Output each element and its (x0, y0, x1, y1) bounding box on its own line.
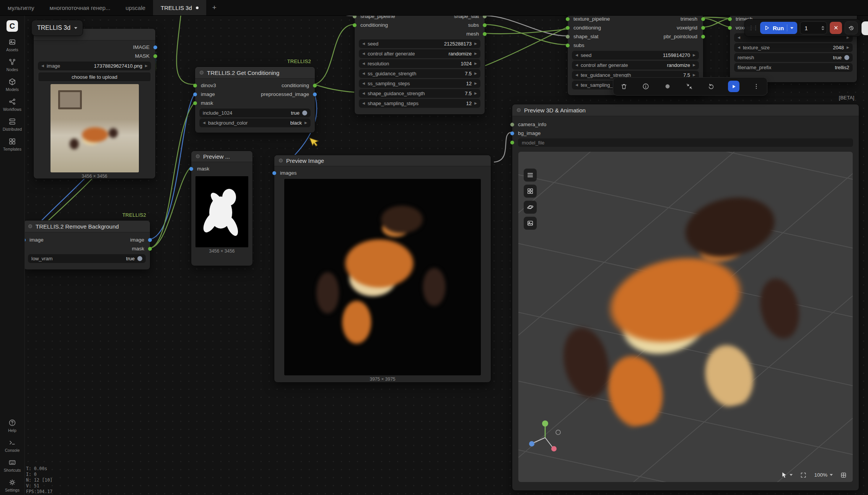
node-color-button[interactable] (663, 81, 673, 91)
node-shape-sampler[interactable]: shape_pipeline shape_slat conditioning s… (354, 2, 485, 115)
node-header[interactable]: Preview 3D & Animation (512, 104, 859, 116)
output-slot-mask[interactable] (148, 247, 152, 251)
info-button[interactable] (641, 81, 651, 91)
prev-arrow-icon[interactable] (362, 62, 365, 65)
sidebar-item-distributed[interactable]: Distributed (0, 114, 24, 134)
sidebar-item-templates[interactable]: Templates (0, 134, 24, 154)
filename-prefix-widget[interactable]: filename_prefix trellis2 (734, 63, 853, 72)
control-after-generate-combo[interactable]: control after generate randomize (359, 49, 480, 58)
next-arrow-icon[interactable] (847, 46, 849, 49)
shape-guidance-strength-widget[interactable]: shape_guidance_strength 7.5 (359, 89, 480, 98)
input-slot-dinov3[interactable] (193, 84, 197, 88)
input-slot-bg-image[interactable] (510, 131, 514, 135)
input-slot-subs[interactable] (566, 44, 570, 47)
sidebar-item-console[interactable]: Console (0, 435, 24, 455)
prev-arrow-icon[interactable] (738, 46, 740, 49)
next-arrow-icon[interactable] (474, 82, 477, 85)
resolution-widget[interactable]: resolution 1024 (359, 59, 480, 68)
seed-widget[interactable]: seed 1159814270 (572, 51, 699, 60)
chevron-down-icon[interactable] (790, 27, 793, 29)
viewport-grid-button[interactable] (524, 185, 537, 198)
low-vram-toggle[interactable]: low_vram true (28, 254, 146, 263)
panel-toggle-button[interactable] (861, 21, 868, 35)
next-arrow-icon[interactable] (474, 92, 477, 95)
node-header[interactable]: TRELLIS.2 Remove Background (24, 221, 150, 232)
seed-widget[interactable]: seed 2125288173 (359, 39, 480, 48)
prev-arrow-icon[interactable] (362, 52, 365, 55)
node-load-image[interactable]: IMAGE MASK image 17378829627410.png choo… (33, 28, 156, 179)
next-arrow-icon[interactable] (474, 52, 477, 55)
next-arrow-icon[interactable] (693, 54, 695, 57)
prev-arrow-icon[interactable] (575, 63, 578, 67)
prev-arrow-icon[interactable] (362, 92, 365, 95)
collapse-button[interactable] (684, 81, 694, 91)
prev-arrow-icon[interactable] (575, 54, 578, 57)
next-arrow-icon[interactable] (474, 62, 477, 65)
prev-arrow-icon[interactable] (41, 64, 44, 68)
node-header[interactable]: TRELLIS.2 Get Conditioning (195, 67, 315, 79)
sidebar-item-settings[interactable]: Settings (0, 475, 24, 495)
next-arrow-icon[interactable] (474, 102, 477, 105)
select-tool-button[interactable] (781, 472, 793, 478)
next-arrow-icon[interactable] (693, 73, 695, 77)
input-slot-model-file[interactable] (510, 141, 514, 144)
rerun-button[interactable] (706, 81, 716, 91)
input-slot-camera-info[interactable] (510, 123, 514, 127)
sidebar-item-workflows[interactable]: Workflows (0, 94, 24, 114)
output-slot-conditioning[interactable] (313, 84, 317, 88)
workflow-selector[interactable]: TRELLIS 3d (31, 20, 83, 36)
sidebar-item-help[interactable]: Help (0, 415, 24, 435)
node-get-conditioning[interactable]: TRELLIS2 TRELLIS.2 Get Conditioning dino… (195, 67, 315, 133)
prev-arrow-icon[interactable] (362, 42, 365, 45)
input-slot-shape-slat[interactable] (566, 35, 570, 39)
cancel-button[interactable] (830, 22, 842, 34)
prev-arrow-icon[interactable] (575, 83, 578, 87)
3d-viewport[interactable]: 100% (518, 152, 853, 482)
increment-icon[interactable] (821, 26, 824, 28)
delete-button[interactable] (619, 81, 629, 91)
include-1024-toggle[interactable]: include_1024 true (199, 109, 311, 117)
input-slot-mask[interactable] (189, 167, 193, 171)
axis-gizmo[interactable] (526, 419, 564, 457)
toggle-knob[interactable] (844, 55, 849, 60)
new-tab-button[interactable]: + (206, 0, 223, 15)
tab-multigpu[interactable]: мультигпу (0, 0, 42, 15)
input-slot-trimesh[interactable] (728, 17, 732, 21)
upload-button[interactable]: choose file to upload (38, 72, 151, 82)
sidebar-item-assets[interactable]: Assets (0, 35, 24, 55)
input-slot-texture-pipeline[interactable] (566, 17, 570, 21)
node-header[interactable]: Preview Image (274, 155, 491, 166)
generated-image-preview[interactable] (284, 179, 481, 375)
more-options-button[interactable] (751, 81, 761, 91)
image-filename-widget[interactable]: image 17378829627410.png (38, 62, 151, 70)
ss-sampling-steps-widget[interactable]: ss_sampling_steps 12 (359, 79, 480, 88)
prev-arrow-icon[interactable] (362, 102, 365, 105)
sidebar-item-nodes[interactable]: Nodes (0, 55, 24, 75)
remesh-toggle[interactable]: remesh true (734, 53, 853, 62)
batch-count-input[interactable]: 1 (800, 21, 827, 34)
input-slot-voxelgrid[interactable] (728, 26, 732, 30)
minimap-toggle-button[interactable] (840, 472, 847, 478)
prev-arrow-icon[interactable] (575, 73, 578, 77)
output-slot-subs[interactable] (483, 23, 487, 27)
tab-multithread[interactable]: многопоточная генер... (42, 0, 118, 15)
input-slot-mask[interactable] (193, 101, 197, 105)
texture-size-widget[interactable]: texture_size 2048 (734, 43, 853, 52)
model-file-field[interactable]: model_file (518, 138, 853, 147)
tab-trellis-3d[interactable]: TRELLIS 3d (153, 0, 206, 15)
next-arrow-icon[interactable] (693, 63, 695, 67)
next-arrow-icon[interactable] (474, 42, 477, 45)
execute-button[interactable] (728, 81, 739, 92)
node-preview-mask[interactable]: Preview ... mask 3456 × 3456 (191, 151, 253, 266)
viewport-orbit-button[interactable] (524, 201, 537, 214)
stepper[interactable] (821, 26, 824, 30)
next-arrow-icon[interactable] (145, 64, 148, 68)
node-preview-3d[interactable]: [BETA] Preview 3D & Animation camera_inf… (512, 104, 859, 491)
loaded-image-thumbnail[interactable] (50, 84, 139, 172)
output-slot-pbr-pointcloud[interactable] (701, 35, 705, 39)
output-slot-mesh[interactable] (483, 32, 487, 36)
fit-view-button[interactable] (800, 472, 806, 478)
sidebar-item-models[interactable]: Models (0, 75, 24, 94)
next-arrow-icon[interactable] (474, 72, 477, 75)
node-remove-background[interactable]: TRELLIS2 TRELLIS.2 Remove Background ima… (23, 220, 150, 270)
